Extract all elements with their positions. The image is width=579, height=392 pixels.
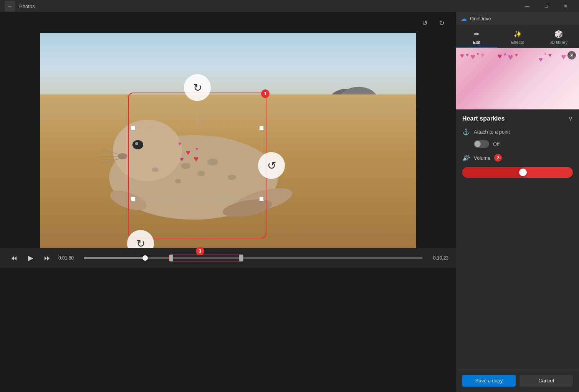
toggle-thumb	[475, 141, 481, 147]
redo-icon: ↻	[439, 19, 445, 27]
handle-bl[interactable]	[131, 197, 136, 201]
right-panel: ☁ OneDrive ✏ Edit ✨ Effects 🎲 3D library	[456, 12, 579, 392]
effect-preview-image: ♥ ♥ ♥ ♥ ♥ ♥ ♥ ♥ ♥ ♥ ♥ ♥ ♥ ♥ ♥ ✕	[456, 48, 579, 109]
onedrive-icon: ☁	[461, 15, 467, 22]
redo-button[interactable]: ↻	[435, 16, 448, 30]
skip-fwd-icon: ⏭	[44, 254, 51, 262]
tab-effects[interactable]: ✨ Effects	[497, 28, 538, 48]
maximize-button[interactable]: □	[538, 0, 555, 12]
preview-heart-4: ♥	[477, 52, 479, 56]
3dlibrary-tab-icon: 🎲	[554, 30, 563, 38]
toggle-row: Off	[474, 140, 573, 148]
effects-tab-icon: ✨	[513, 30, 522, 38]
bottom-controls: ⏮ ▶ ⏭ 0:01.80 3	[0, 248, 456, 268]
skip-forward-button[interactable]: ⏭	[41, 252, 54, 264]
attach-label: Attach to a point	[474, 129, 510, 135]
preview-heart-5: ♥	[481, 52, 485, 59]
volume-badge: 2	[494, 154, 502, 162]
preview-heart-8: ♥	[508, 52, 513, 63]
volume-slider-fill	[462, 167, 523, 178]
effect-title: Heart sparkles	[462, 115, 505, 122]
preview-heart-11: ♥	[544, 52, 547, 56]
effects-tab-label: Effects	[511, 40, 524, 45]
rotate-ccw-icon: ↻	[136, 237, 145, 248]
3dlibrary-tab-label: 3D library	[549, 40, 567, 45]
preview-close-button[interactable]: ✕	[567, 51, 576, 60]
tab-edit[interactable]: ✏ Edit	[456, 28, 497, 48]
anchor-icon: ⚓	[462, 128, 470, 136]
back-icon: ←	[7, 3, 13, 9]
save-copy-button[interactable]: Save a copy	[462, 375, 516, 387]
timeline-track[interactable]: 3	[84, 257, 423, 259]
effect-panel: ♥ ♥ ♥ ♥ ♥ ♥ ♥ ♥ ♥ ♥ ♥ ♥ ♥ ♥ ♥ ✕	[456, 48, 579, 369]
maximize-icon: □	[545, 3, 548, 9]
volume-icon: 🔊	[462, 154, 470, 162]
tab-3dlibrary[interactable]: 🎲 3D library	[538, 28, 579, 48]
cancel-button[interactable]: Cancel	[519, 375, 573, 387]
preview-heart-3: ♥	[470, 52, 475, 62]
panel-bottom-buttons: Save a copy Cancel	[456, 369, 579, 392]
preview-heart-9: ♥	[515, 52, 518, 58]
toggle-switch[interactable]	[474, 140, 489, 148]
preview-heart-1: ♥	[460, 52, 464, 60]
play-button[interactable]: ▶	[25, 252, 37, 264]
undo-icon: ↺	[422, 19, 428, 27]
flip-icon: ↺	[267, 159, 276, 172]
toggle-label: Off	[493, 141, 500, 147]
timeline-progress	[84, 257, 145, 259]
edit-tab-icon: ✏	[474, 30, 480, 38]
flip-handle[interactable]: ↺	[258, 152, 285, 179]
preview-heart-2: ♥	[466, 52, 469, 58]
connector-line	[197, 112, 198, 128]
video-background: ♥ ♥ ♥ ♥ ♥ 1 ↻	[40, 33, 416, 248]
handle-tr[interactable]	[259, 126, 264, 131]
timeline-selection-range[interactable]: 3	[169, 255, 243, 261]
preview-heart-10: ♥	[539, 56, 543, 64]
close-icon: ✕	[564, 3, 567, 9]
minimize-button[interactable]: —	[518, 0, 536, 12]
preview-heart-6: ♥	[498, 52, 502, 61]
toolbar-row: ↺ ↻	[0, 16, 456, 33]
rotate-top-handle[interactable]: ↻	[184, 74, 211, 101]
preview-hearts: ♥ ♥ ♥ ♥ ♥ ♥ ♥ ♥ ♥ ♥ ♥ ♥ ♥ ♥ ♥	[456, 48, 579, 109]
window-controls: — □ ✕	[518, 0, 574, 12]
main-content: ↺ ↻	[0, 12, 579, 392]
preview-heart-13: ♥	[561, 52, 566, 62]
volume-slider-thumb[interactable]	[519, 169, 527, 176]
effect-title-row: Heart sparkles ∨	[462, 115, 573, 122]
selection-range-left-handle[interactable]	[169, 255, 173, 261]
handle-tl[interactable]	[131, 126, 136, 131]
edit-tab-label: Edit	[473, 40, 480, 45]
timeline-badge: 3	[196, 247, 204, 255]
play-icon: ▶	[28, 254, 33, 262]
selection-range-right-handle[interactable]	[239, 255, 243, 261]
selection-box[interactable]: 1 ↻	[128, 93, 266, 238]
onedrive-title: OneDrive	[470, 16, 491, 22]
volume-row: 🔊 Volume 2	[462, 154, 573, 162]
effect-controls: Heart sparkles ∨ ⚓ Attach to a point Off	[456, 109, 579, 183]
app-title: Photos	[19, 3, 35, 9]
volume-label: Volume	[474, 155, 490, 161]
undo-button[interactable]: ↺	[418, 16, 432, 30]
chevron-expand-button[interactable]: ∨	[568, 115, 573, 122]
timeline-thumb[interactable]	[142, 255, 148, 261]
attach-to-point-row[interactable]: ⚓ Attach to a point	[462, 128, 573, 136]
tab-bar: ✏ Edit ✨ Effects 🎲 3D library	[456, 25, 579, 48]
title-bar: ← Photos — □ ✕	[0, 0, 579, 12]
skip-back-button[interactable]: ⏮	[8, 252, 20, 264]
rotate-cw-icon: ↻	[193, 81, 202, 94]
playback-row: ⏮ ▶ ⏭ 0:01.80 3	[8, 252, 448, 264]
preview-heart-7: ♥	[503, 52, 506, 57]
end-time: 0:10.23	[427, 255, 448, 261]
transform-box[interactable]	[133, 128, 262, 199]
selection-badge: 1	[261, 89, 270, 98]
onedrive-header: ☁ OneDrive	[456, 12, 579, 25]
video-canvas[interactable]: ♥ ♥ ♥ ♥ ♥ 1 ↻	[40, 33, 416, 248]
volume-slider[interactable]	[462, 167, 573, 178]
editor-area: ↺ ↻	[0, 12, 456, 392]
close-button[interactable]: ✕	[557, 0, 574, 12]
handle-br[interactable]	[259, 197, 264, 201]
back-button[interactable]: ←	[5, 1, 15, 12]
preview-heart-12: ♥	[548, 52, 552, 59]
rotate-bottom-handle[interactable]: ↻	[127, 230, 154, 248]
